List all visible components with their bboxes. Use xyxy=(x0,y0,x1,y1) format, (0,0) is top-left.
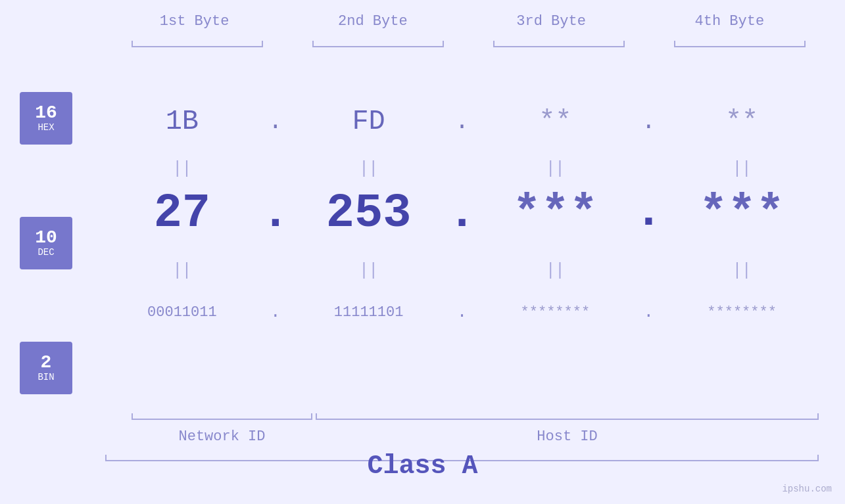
eq2-b2: || xyxy=(359,260,378,279)
hex-dot2: . xyxy=(455,108,470,135)
bin-num: 2 xyxy=(41,354,52,372)
eq1-b2: || xyxy=(359,158,378,177)
eq1-b3: || xyxy=(546,158,565,177)
bin-b1: 00011011 xyxy=(147,304,217,321)
network-id-label: Network ID xyxy=(132,428,312,445)
byte-headers: 1st Byte 2nd Byte 3rd Byte 4th Byte xyxy=(105,13,819,30)
hex-b3: ** xyxy=(539,106,571,137)
eq-row-2: || || || || xyxy=(105,256,819,283)
dec-b1: 27 xyxy=(154,187,210,241)
bin-name: BIN xyxy=(37,372,54,382)
hex-num: 16 xyxy=(35,104,57,122)
bin-badge: 2 BIN xyxy=(20,342,72,394)
class-label: Class A xyxy=(367,451,477,481)
eq2-b1: || xyxy=(172,260,191,279)
eq2-b3: || xyxy=(546,260,565,279)
byte1-header: 1st Byte xyxy=(105,13,283,30)
bin-row: 00011011 . 11111101 . ******** . *******… xyxy=(105,286,819,338)
network-id-bracket xyxy=(132,419,312,420)
dec-dot3: . xyxy=(635,185,663,239)
main-container: 1st Byte 2nd Byte 3rd Byte 4th Byte 16 H… xyxy=(0,0,845,504)
hex-badge: 16 HEX xyxy=(20,92,72,145)
hex-row: 1B . FD . ** . ** xyxy=(105,95,819,148)
host-id-bracket xyxy=(316,419,819,420)
hex-b2: FD xyxy=(352,106,385,137)
watermark: ipshu.com xyxy=(782,484,832,494)
bin-dot1: . xyxy=(270,302,281,322)
bin-b3: ******** xyxy=(521,304,591,321)
bracket-byte1 xyxy=(132,46,263,47)
bracket-byte4 xyxy=(674,46,806,47)
dec-dot2: . xyxy=(448,187,476,241)
hex-name: HEX xyxy=(37,122,54,133)
dec-dot1: . xyxy=(261,187,289,241)
base-labels: 16 HEX 10 DEC 2 BIN xyxy=(20,92,72,394)
dec-b3: *** xyxy=(513,187,598,241)
bin-b2: 11111101 xyxy=(334,304,404,321)
bracket-byte2 xyxy=(312,46,444,47)
hex-b1: 1B xyxy=(166,106,199,137)
bin-dot2: . xyxy=(457,302,468,322)
dec-num: 10 xyxy=(35,229,57,247)
eq2-b4: || xyxy=(733,260,752,279)
eq1-b4: || xyxy=(733,158,752,177)
byte4-header: 4th Byte xyxy=(640,13,819,30)
byte2-header: 2nd Byte xyxy=(283,13,462,30)
eq-row-1: || || || || xyxy=(105,154,819,181)
hex-b4: ** xyxy=(725,106,758,137)
dec-name: DEC xyxy=(37,247,54,258)
bin-dot3: . xyxy=(643,302,654,322)
dec-b4: *** xyxy=(699,187,785,241)
host-id-label: Host ID xyxy=(316,428,819,445)
dec-row: 27 . 253 . *** . *** xyxy=(105,177,819,250)
bracket-byte3 xyxy=(493,46,625,47)
eq1-b1: || xyxy=(172,158,191,177)
dec-badge: 10 DEC xyxy=(20,217,72,269)
hex-dot3: . xyxy=(641,108,656,135)
bin-b4: ******** xyxy=(707,304,777,321)
dec-b2: 253 xyxy=(326,187,412,241)
byte3-header: 3rd Byte xyxy=(462,13,640,30)
hex-dot1: . xyxy=(268,108,283,135)
